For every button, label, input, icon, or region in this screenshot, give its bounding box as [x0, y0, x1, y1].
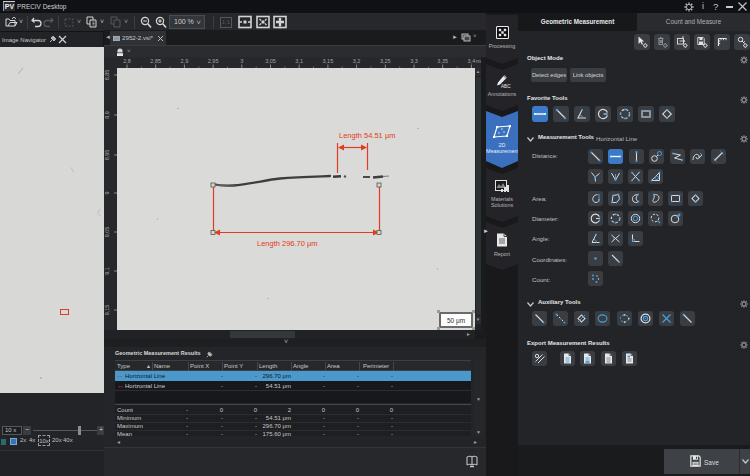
- svg-text:9,1: 9,1: [104, 267, 110, 275]
- svg-text:3,15: 3,15: [323, 58, 334, 64]
- svg-text:3,25: 3,25: [380, 58, 391, 64]
- svg-text:ABC: ABC: [501, 84, 511, 89]
- svg-text:9: 9: [104, 191, 110, 194]
- svg-text:3: 3: [240, 58, 243, 64]
- svg-text:mm: mm: [476, 58, 481, 64]
- svg-text:Length 296.70 μm: Length 296.70 μm: [257, 239, 318, 248]
- svg-text:2,95: 2,95: [208, 58, 219, 64]
- svg-text:2,9: 2,9: [181, 58, 189, 64]
- svg-text:2,85: 2,85: [150, 58, 161, 64]
- svg-text:Length 54.51 μm: Length 54.51 μm: [339, 131, 395, 140]
- svg-text:3,05: 3,05: [265, 58, 276, 64]
- svg-text:8,85: 8,85: [104, 70, 110, 81]
- svg-text:9,15: 9,15: [104, 305, 110, 316]
- svg-text:3,35: 3,35: [437, 58, 448, 64]
- svg-text:3,1: 3,1: [295, 58, 303, 64]
- svg-text:50 μm: 50 μm: [447, 317, 465, 325]
- svg-text:2,8: 2,8: [123, 58, 131, 64]
- svg-text:3,2: 3,2: [353, 58, 361, 64]
- svg-text:3,3: 3,3: [410, 58, 418, 64]
- svg-text:9,05: 9,05: [104, 227, 110, 238]
- svg-text:8,9: 8,9: [104, 111, 110, 119]
- svg-text:3,4: 3,4: [468, 58, 476, 64]
- svg-text:8,95: 8,95: [104, 150, 110, 161]
